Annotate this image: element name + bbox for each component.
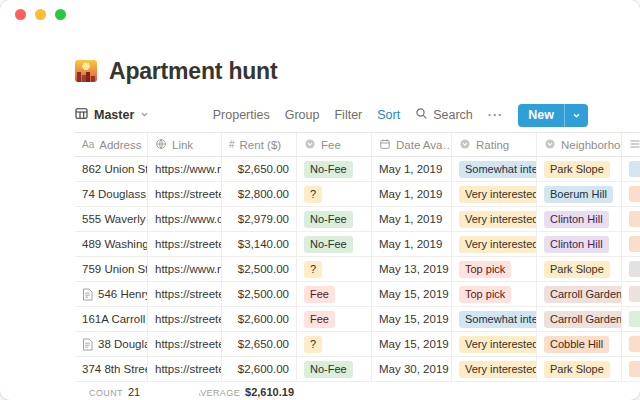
column-header-address[interactable]: AaAddress <box>75 133 148 156</box>
cell-rating[interactable]: Very interested <box>452 332 537 356</box>
group-button[interactable]: Group <box>285 108 320 122</box>
column-header-rent[interactable]: #Rent ($) <box>222 133 297 156</box>
column-header-fee[interactable]: Fee <box>297 133 372 156</box>
sort-button[interactable]: Sort <box>377 108 400 122</box>
cell-fee[interactable]: ? <box>297 182 372 206</box>
cell-extra[interactable] <box>622 257 640 281</box>
cell-rating[interactable]: Somewhat interested <box>452 157 537 181</box>
neighborhood-tag: Cobble Hill <box>544 336 609 353</box>
cell-rent[interactable]: $2,979.00 <box>222 207 297 231</box>
cell-date-available[interactable]: May 15, 2019 <box>372 332 452 356</box>
cell-neighborhood[interactable]: Park Slope <box>537 357 622 381</box>
cell-neighborhood[interactable]: Clinton Hill <box>537 207 622 231</box>
cell-fee[interactable]: No-Fee <box>297 232 372 256</box>
cell-date-available[interactable]: May 1, 2019 <box>372 157 452 181</box>
cell-fee[interactable]: ? <box>297 332 372 356</box>
cell-fee[interactable]: ? <box>297 257 372 281</box>
cell-address[interactable]: 546 Henry <box>75 282 148 306</box>
cell-fee[interactable]: Fee <box>297 307 372 331</box>
cell-address[interactable]: 161A Carroll St <box>75 307 148 331</box>
count-calculation[interactable]: COUNT 21 <box>89 386 140 398</box>
page-content: Apartment hunt Master Properties Group <box>0 58 640 400</box>
cell-extra[interactable] <box>622 332 640 356</box>
zoom-window-button[interactable] <box>55 9 66 20</box>
cell-link[interactable]: https://www.cit <box>148 207 222 231</box>
more-options-button[interactable]: ··· <box>488 108 504 122</box>
rating-tag: Top pick <box>459 261 511 278</box>
cell-link[interactable]: https://streetea <box>148 282 222 306</box>
cell-date-available[interactable]: May 13, 2019 <box>372 257 452 281</box>
cell-fee[interactable]: No-Fee <box>297 157 372 181</box>
close-window-button[interactable] <box>15 9 26 20</box>
rent-text: $2,979.00 <box>238 213 289 225</box>
cell-rating[interactable]: Very interested <box>452 232 537 256</box>
new-button[interactable]: New <box>518 104 588 127</box>
cell-address[interactable]: 555 Waverly A <box>75 207 148 231</box>
cell-fee[interactable]: No-Fee <box>297 357 372 381</box>
view-tab-master[interactable]: Master <box>75 107 149 123</box>
cell-address[interactable]: 38 Douglas <box>75 332 148 356</box>
cell-link[interactable]: https://streetea <box>148 332 222 356</box>
new-dropdown-chevron-icon[interactable] <box>565 111 588 120</box>
cell-neighborhood[interactable]: Boerum Hill <box>537 182 622 206</box>
cell-rent[interactable]: $2,500.00 <box>222 257 297 281</box>
cell-link[interactable]: https://streetea <box>148 357 222 381</box>
cell-rating[interactable]: Top pick <box>452 257 537 281</box>
cell-date-available[interactable]: May 1, 2019 <box>372 232 452 256</box>
cell-address[interactable]: 759 Union Stre <box>75 257 148 281</box>
cell-rating[interactable]: Very interested <box>452 357 537 381</box>
cell-neighborhood[interactable]: Carroll Gardens <box>537 307 622 331</box>
cell-rent[interactable]: $3,140.00 <box>222 232 297 256</box>
cell-link[interactable]: https://www.na <box>148 157 222 181</box>
cell-address[interactable]: 374 8th Street <box>75 357 148 381</box>
cell-extra[interactable] <box>622 207 640 231</box>
cell-extra[interactable] <box>622 232 640 256</box>
properties-button[interactable]: Properties <box>213 108 270 122</box>
column-header-date_available[interactable]: Date Ava… <box>372 133 452 156</box>
cell-neighborhood[interactable]: Cobble Hill <box>537 332 622 356</box>
sunset-cityscape-page-icon[interactable] <box>75 60 97 82</box>
column-header-neighborhood[interactable]: Neighborhood <box>537 133 622 156</box>
cell-date-available[interactable]: May 1, 2019 <box>372 182 452 206</box>
cell-address[interactable]: 862 Union Stre <box>75 157 148 181</box>
cell-date-available[interactable]: May 30, 2019 <box>372 357 452 381</box>
average-calculation[interactable]: AVERAGE $2,610.19 <box>199 386 294 398</box>
cell-rent[interactable]: $2,500.00 <box>222 282 297 306</box>
search-button[interactable]: Search <box>415 107 473 123</box>
cell-rent[interactable]: $2,600.00 <box>222 357 297 381</box>
cell-date-available[interactable]: May 15, 2019 <box>372 282 452 306</box>
cell-rating[interactable]: Top pick <box>452 282 537 306</box>
cell-neighborhood[interactable]: Carroll Gardens <box>537 282 622 306</box>
window-titlebar <box>0 0 640 28</box>
cell-link[interactable]: https://www.na <box>148 257 222 281</box>
cell-link[interactable]: https://streetea <box>148 307 222 331</box>
cell-rent[interactable]: $2,800.00 <box>222 182 297 206</box>
cell-neighborhood[interactable]: Park Slope <box>537 257 622 281</box>
cell-extra[interactable] <box>622 357 640 381</box>
cell-rent[interactable]: $2,650.00 <box>222 157 297 181</box>
cell-address[interactable]: 74 Douglass St <box>75 182 148 206</box>
cell-extra[interactable] <box>622 282 640 306</box>
cell-rent[interactable]: $2,650.00 <box>222 332 297 356</box>
column-header-link[interactable]: Link <box>148 133 222 156</box>
cell-extra[interactable] <box>622 182 640 206</box>
cell-neighborhood[interactable]: Park Slope <box>537 157 622 181</box>
filter-button[interactable]: Filter <box>334 108 362 122</box>
cell-date-available[interactable]: May 1, 2019 <box>372 207 452 231</box>
cell-fee[interactable]: No-Fee <box>297 207 372 231</box>
cell-rating[interactable]: Somewhat interested <box>452 307 537 331</box>
cell-extra[interactable] <box>622 307 640 331</box>
cell-extra[interactable] <box>622 157 640 181</box>
cell-date-available[interactable]: May 15, 2019 <box>372 307 452 331</box>
minimize-window-button[interactable] <box>35 9 46 20</box>
cell-link[interactable]: https://streetea <box>148 232 222 256</box>
cell-fee[interactable]: Fee <box>297 282 372 306</box>
column-header-extra[interactable] <box>622 133 640 156</box>
cell-rating[interactable]: Very interested <box>452 207 537 231</box>
cell-address[interactable]: 489 Washingt <box>75 232 148 256</box>
cell-rating[interactable]: Very interested <box>452 182 537 206</box>
cell-link[interactable]: https://streetea <box>148 182 222 206</box>
cell-neighborhood[interactable]: Clinton Hill <box>537 232 622 256</box>
column-header-rating[interactable]: Rating <box>452 133 537 156</box>
cell-rent[interactable]: $2,600.00 <box>222 307 297 331</box>
